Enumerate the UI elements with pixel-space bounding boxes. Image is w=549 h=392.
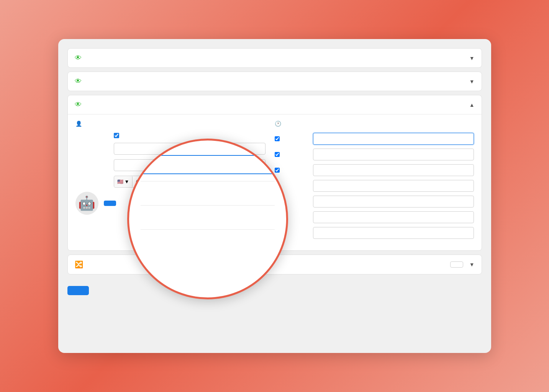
visible-row — [75, 133, 265, 138]
saturday-input[interactable] — [313, 211, 474, 223]
tuesday-checkbox[interactable] — [275, 152, 280, 157]
wednesday-label[interactable] — [275, 168, 309, 173]
flag-select[interactable]: 🇺🇸 ▼ — [114, 176, 133, 187]
main-container: 👁 ▼ 👁 ▼ 👁 — [58, 39, 491, 353]
friday-input[interactable] — [313, 196, 474, 207]
chevron-up-icon-kevin: ▲ — [469, 102, 475, 108]
us-flag: 🇺🇸 — [117, 179, 123, 185]
accordion-header-left-stuart: 👁 — [75, 77, 85, 85]
flag-chevron-icon: ▼ — [125, 179, 129, 185]
chevron-down-icon-bob: ▼ — [469, 55, 475, 61]
enable-agent-checkbox-label[interactable] — [114, 133, 121, 138]
thursday-row — [275, 180, 474, 192]
tuesday-row — [275, 149, 474, 160]
tuesday-label[interactable] — [275, 152, 309, 157]
accordion-header-stuart[interactable]: 👁 ▼ — [68, 72, 482, 91]
add-agent-button[interactable] — [450, 261, 463, 268]
monday-input[interactable] — [313, 133, 474, 145]
avatar-image: 🤖 — [78, 195, 95, 211]
enable-agent-checkbox[interactable] — [114, 133, 119, 138]
eye-icon-bob: 👁 — [75, 54, 82, 62]
accordion-header-left-kevin: 👁 — [75, 101, 85, 109]
accordion-header-bob[interactable]: 👁 ▼ — [68, 49, 482, 67]
clock-icon: 🕐 — [275, 121, 281, 127]
magnify-tuesday-text — [141, 186, 144, 200]
accordion-stuart: 👁 ▼ — [67, 72, 482, 91]
schedule-title: 🕐 — [275, 121, 474, 127]
sunday-input[interactable] — [313, 227, 474, 239]
section-headers: 👤 🕐 — [75, 121, 474, 127]
chevron-down-icon-praktijk: ▼ — [469, 261, 475, 268]
magnify-item-4 — [141, 230, 275, 253]
magnify-partial-text — [141, 234, 144, 248]
accordion-bob: 👁 ▼ — [67, 48, 482, 68]
wednesday-input[interactable] — [313, 164, 474, 176]
eye-icon-stuart: 👁 — [75, 77, 82, 85]
saturday-row — [275, 211, 474, 223]
magnify-item-3 — [141, 206, 275, 230]
praktijk-icon: 🔀 — [75, 260, 83, 269]
tuesday-input[interactable] — [313, 149, 474, 160]
magnify-item-2 — [141, 181, 275, 206]
thursday-input[interactable] — [313, 180, 474, 192]
accordion-header-left-bob: 👁 — [75, 54, 85, 62]
save-changes-button[interactable] — [67, 286, 89, 295]
magnify-monday-input[interactable] — [141, 155, 275, 174]
friday-row — [275, 196, 474, 207]
chevron-down-icon-stuart: ▼ — [469, 78, 475, 85]
sunday-row — [275, 227, 474, 239]
person-icon: 👤 — [75, 121, 82, 127]
magnify-wednesday-text — [141, 210, 144, 224]
monday-row — [275, 133, 474, 145]
wednesday-checkbox[interactable] — [275, 168, 280, 173]
wednesday-row — [275, 164, 474, 176]
agent-info-title: 👤 — [75, 121, 275, 127]
accordion-header-kevin[interactable]: 👁 ▲ — [68, 95, 482, 114]
magnify-overlay — [127, 139, 288, 299]
monday-label[interactable] — [275, 136, 309, 141]
eye-icon-kevin: 👁 — [75, 101, 82, 109]
select-avatar-button[interactable] — [104, 201, 116, 206]
avatar: 🤖 — [75, 192, 98, 215]
schedule-panel — [275, 133, 474, 243]
monday-checkbox[interactable] — [275, 136, 280, 141]
accordion-header-left-praktijk: 🔀 — [75, 260, 87, 269]
